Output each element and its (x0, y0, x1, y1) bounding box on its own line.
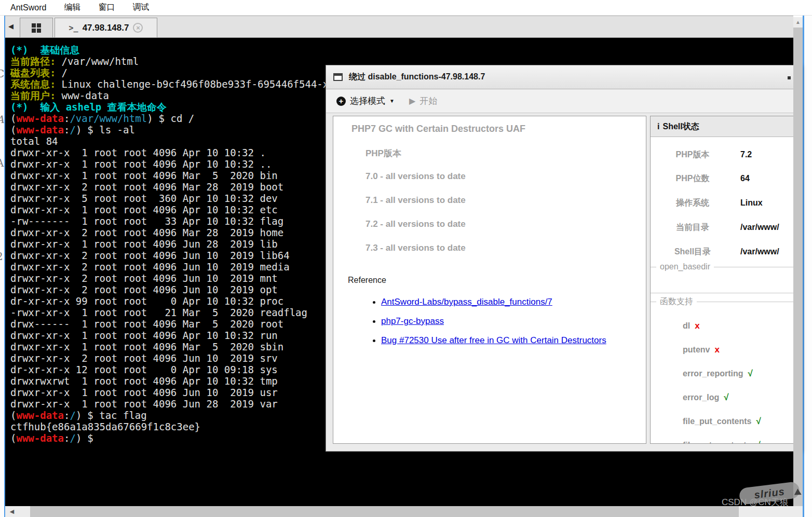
version-line: 7.0 - all versions to date (366, 171, 466, 182)
menu-window[interactable]: 窗口 (98, 2, 115, 13)
vertical-scroll-thumb[interactable] (793, 28, 803, 506)
shell-status-row: PHP位数64 (651, 169, 801, 188)
reference-list: AntSword-Labs/bypass_disable_functions/7… (381, 297, 606, 355)
field-value: /var/www/ (740, 242, 779, 261)
scroll-up-icon[interactable]: ▲ (793, 17, 803, 28)
bypass-disable-functions-dialog: 绕过 disable_functions-47.98.148.7 + 选择模式 … (326, 65, 803, 452)
tab-home[interactable] (20, 18, 53, 38)
open-basedir-label: open_basedir (656, 262, 714, 271)
reference-link[interactable]: php7-gc-bypass (381, 316, 444, 326)
function-row: error_reporting√ (683, 368, 753, 379)
tab-terminal-47-98-148-7[interactable]: >_ 47.98.148.7 × (55, 18, 157, 38)
select-mode-button[interactable]: + 选择模式 ▼ (336, 95, 395, 107)
function-row: putenvx (683, 344, 720, 356)
command-text: $ (87, 432, 93, 444)
function-name: file_get_contents (683, 441, 751, 444)
select-mode-label: 选择模式 (350, 95, 385, 107)
tab-scroll-left-icon[interactable]: ◀ (8, 22, 13, 30)
info-value: / (61, 67, 67, 78)
field-value: Linux (740, 194, 763, 212)
prompt-separator: : (64, 124, 70, 135)
horizontal-scrollbar[interactable]: ◀ (5, 506, 803, 517)
prompt-bracket: ) (76, 410, 82, 421)
function-row: file_put_contents√ (683, 416, 761, 427)
function-row: error_log√ (683, 392, 729, 403)
list-item: php7-gc-bypass (381, 316, 606, 326)
menu-edit[interactable]: 编辑 (64, 2, 80, 13)
shell-status-header: iShell状态 (651, 116, 801, 137)
reference-link[interactable]: Bug #72530 Use after free in GC with Cer… (381, 335, 606, 345)
field-value: 7.2 (740, 145, 752, 164)
command-text: $ cd / (159, 113, 195, 124)
divider (651, 293, 801, 293)
cross-mark-icon: x (695, 321, 699, 331)
function-support-label: 函数支持 (656, 296, 697, 307)
info-label: 系统信息: (10, 78, 56, 90)
prompt-user: www-data (16, 113, 64, 124)
terminal-line: (*) 基础信息 (10, 44, 793, 56)
play-icon: ▶ (409, 96, 415, 106)
antsword-window: AntSword 编辑 窗口 调试 C A A 2 ◀ >_ 47.98.148… (0, 0, 812, 517)
menu-debug[interactable]: 调试 (132, 2, 149, 13)
reference-link[interactable]: AntSword-Labs/bypass_disable_functions/7 (381, 297, 552, 307)
prompt-separator: : (64, 113, 70, 124)
prompt-user: www-data (16, 432, 64, 444)
function-support-group: 函数支持 (651, 296, 797, 307)
prompt-bracket: ) (147, 113, 153, 124)
prompt-bracket: ( (10, 410, 16, 421)
field-label: PHP位数 (651, 169, 735, 188)
scroll-left-icon[interactable]: ◀ (5, 506, 19, 517)
prompt-path: / (70, 124, 75, 135)
horizontal-scroll-thumb[interactable] (30, 506, 739, 517)
field-value: 64 (740, 169, 750, 188)
shell-status-row: Shell目录/var/www/ (651, 242, 801, 261)
dialog-titlebar[interactable]: 绕过 disable_functions-47.98.148.7 (326, 65, 802, 89)
prompt-bracket: ( (10, 432, 16, 444)
function-name: error_reporting (683, 369, 743, 378)
info-value: /var/www/html (61, 56, 139, 67)
total-line: total 84 (10, 135, 58, 147)
function-name: putenv (683, 345, 710, 354)
command-text: $ ls -al (87, 124, 135, 135)
field-label: PHP版本 (651, 145, 735, 164)
prompt-separator: : (64, 432, 70, 444)
background-letter: 2 (0, 250, 3, 263)
titlebar-partial-button (788, 76, 791, 79)
watermark-credit: CSDN @CN天狼 (722, 496, 805, 508)
field-value: /var/www/ (740, 218, 779, 237)
check-mark-icon: √ (756, 416, 761, 426)
start-button[interactable]: ▶ 开始 (409, 95, 437, 107)
background-letter: A (0, 113, 4, 126)
background-letter: C (0, 67, 4, 80)
flag-value: ctfhub{e86a1a835da67669f1c8c3ee} (10, 421, 200, 432)
background-page-left-edge: C A A 2 (0, 16, 4, 517)
function-name: dl (683, 321, 690, 330)
info-value: www-data (61, 90, 109, 101)
reference-label: Reference (348, 276, 386, 285)
info-label: 当前用户: (10, 90, 56, 101)
cross-mark-icon: x (714, 345, 719, 355)
window-border-left (4, 16, 5, 517)
terminal-icon: >_ (69, 23, 78, 33)
shell-status-row: 操作系统Linux (651, 194, 801, 212)
field-label: 当前目录 (651, 218, 735, 237)
check-mark-icon: √ (756, 440, 761, 444)
list-item: Bug #72530 Use after free in GC with Cer… (381, 335, 606, 346)
shell-status-row: PHP版本7.2 (651, 145, 801, 164)
shell-status-row: 当前目录/var/www/ (651, 218, 801, 237)
function-name: error_log (683, 393, 719, 402)
prompt-user: www-data (16, 410, 64, 421)
prompt-bracket: ) (76, 124, 82, 135)
function-row: dlx (683, 320, 700, 332)
menu-antsword[interactable]: AntSword (10, 3, 46, 12)
grid-icon (32, 23, 41, 33)
vertical-scrollbar[interactable]: ▲ (793, 17, 803, 506)
background-letter: A (0, 157, 4, 169)
version-line: 7.2 - all versions to date (366, 219, 466, 229)
info-label: 磁盘列表: (10, 67, 56, 78)
version-line: 7.3 - all versions to date (366, 243, 466, 253)
terminal-section-header: (*) 基础信息 (10, 44, 79, 56)
info-label: 当前路径: (10, 56, 56, 67)
tab-close-icon[interactable]: × (133, 23, 143, 33)
list-item: AntSword-Labs/bypass_disable_functions/7 (381, 297, 606, 307)
